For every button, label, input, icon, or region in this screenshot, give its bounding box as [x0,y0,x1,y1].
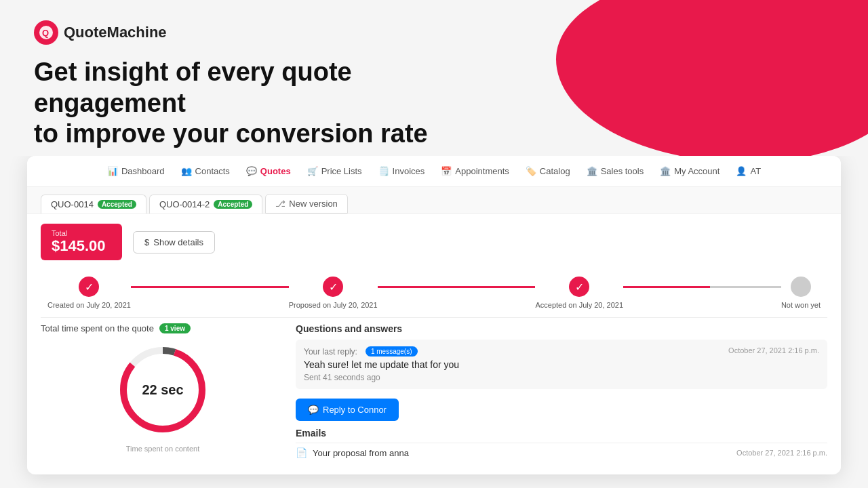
step-circle-not-won [791,277,811,297]
doc-icon: 📄 [296,447,307,458]
qa-timestamp: October 27, 2021 2:16 p.m. [728,346,819,354]
nav-salestools[interactable]: 🏛️ Sales tools [580,162,651,180]
fork-icon: ⎇ [275,199,285,209]
nav-invoices[interactable]: 🗒️ Invoices [372,162,432,180]
pricelists-icon: 🛒 [307,166,318,176]
step-circle-accepted: ✓ [569,277,589,297]
hero-section: Q QuoteMachine Get insight of every quot… [0,0,868,156]
reply-to-connor-button[interactable]: 💬 Reply to Connor [296,399,399,421]
logo-text: QuoteMachine [64,24,167,41]
invoices-icon: 🗒️ [378,166,389,176]
emails-title: Emails [296,428,827,439]
tab-badge-0: Accepted [98,200,136,209]
myaccount-icon: 🏛️ [660,166,671,176]
step-proposed: ✓ Proposed on July 20, 2021 [289,277,378,309]
panel-left-label: Total time spent on the quote 1 view [41,323,285,333]
nav-pricelists[interactable]: 🛒 Price Lists [300,162,369,180]
right-panel: Questions and answers Your last reply: 1… [296,323,827,462]
show-details-button[interactable]: $ Show details [133,231,215,253]
step-not-won: Not won yet [781,277,821,309]
email-subject: Your proposal from anna [313,448,409,458]
view-badge: 1 view [159,323,191,333]
email-timestamp: October 27, 2021 2:16 p.m. [736,449,827,457]
qa-title: Questions and answers [296,323,827,334]
total-label: Total [52,229,111,237]
at-icon: 👤 [736,166,747,176]
dashboard-icon: 📊 [107,166,118,176]
nav-at[interactable]: 👤 AT [729,162,768,180]
tab-quo0014-2[interactable]: QUO-0014-2 Accepted [149,195,262,214]
quotes-icon: 💬 [246,166,257,176]
panels: Total time spent on the quote 1 view [41,323,827,462]
email-row: 📄 Your proposal from anna October 27, 20… [296,443,827,462]
nav-bar: 📊 Dashboard 👥 Contacts 💬 Quotes 🛒 Price … [27,156,841,187]
nav-dashboard[interactable]: 📊 Dashboard [100,162,172,180]
tab-bar: QUO-0014 Accepted QUO-0014-2 Accepted ⎇ … [27,187,841,214]
nav-contacts[interactable]: 👥 Contacts [174,162,237,180]
hero-title: Get insight of every quote engagement to… [34,57,495,150]
step-circle-proposed: ✓ [323,277,343,297]
total-row: Total $145.00 $ Show details [41,224,827,260]
qa-message: Yeah sure! let me update that for you [304,359,819,370]
left-panel: Total time spent on the quote 1 view [41,323,285,462]
step-created: ✓ Created on July 20, 2021 [47,277,131,309]
time-label: Time spent on content [41,445,285,453]
logo-icon: Q [34,20,58,45]
qa-sent: Sent 41 seconds ago [304,373,819,382]
catalog-icon: 🏷️ [526,166,536,176]
donut-wrap: 22 sec [41,339,285,441]
divider [41,317,827,318]
nav-appointments[interactable]: 📅 Appointments [434,162,516,180]
app-window: 📊 Dashboard 👥 Contacts 💬 Quotes 🛒 Price … [27,156,841,474]
qa-last-reply-label: Your last reply: [304,347,357,357]
svg-text:Q: Q [42,28,49,38]
appointments-icon: 📅 [441,166,452,176]
nav-catalog[interactable]: 🏷️ Catalog [519,162,577,180]
total-amount: $145.00 [52,237,111,255]
qa-card: Your last reply: 1 message(s) October 27… [296,340,827,389]
qa-card-header: Your last reply: 1 message(s) October 27… [304,346,819,357]
email-left: 📄 Your proposal from anna [296,447,409,458]
qa-section: Questions and answers Your last reply: 1… [296,323,827,421]
donut-chart: 22 sec [112,339,214,441]
nav-myaccount[interactable]: 🏛️ My Account [653,162,726,180]
tab-new-version[interactable]: ⎇ New version [265,194,348,214]
tab-badge-1: Accepted [214,200,252,209]
emails-section: Emails 📄 Your proposal from anna October… [296,428,827,462]
salestools-icon: 🏛️ [587,166,597,176]
donut-label: 22 sec [142,382,183,398]
step-circle-created: ✓ [79,277,99,297]
logo: Q QuoteMachine [34,20,834,45]
progress-line-1 [131,286,289,288]
chat-icon: 💬 [308,405,319,415]
step-accepted: ✓ Accepted on July 20, 2021 [535,277,623,309]
tab-quo0014[interactable]: QUO-0014 Accepted [41,195,146,214]
contacts-icon: 👥 [181,166,192,176]
nav-quotes[interactable]: 💬 Quotes [239,162,298,180]
msg-badge: 1 message(s) [366,346,418,357]
dollar-icon: $ [144,237,149,247]
progress-line-2 [378,286,536,288]
total-box: Total $145.00 [41,224,122,260]
progress-line-3 [623,286,781,288]
